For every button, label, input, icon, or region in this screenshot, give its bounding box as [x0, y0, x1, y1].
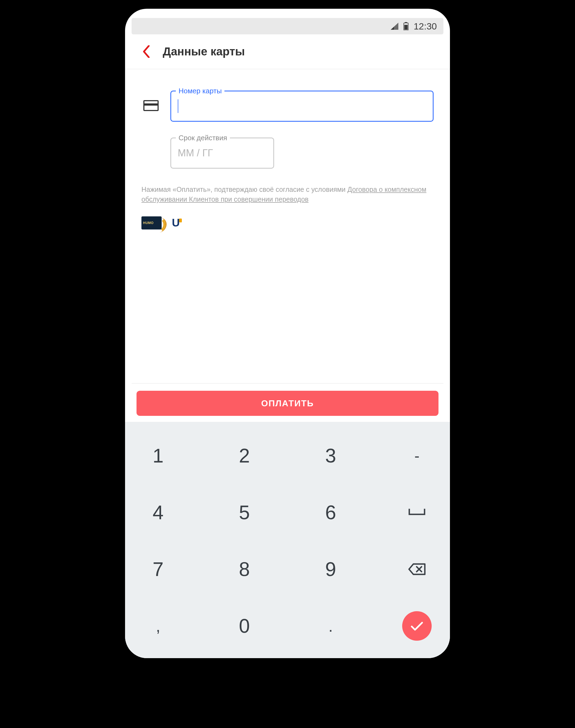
space-icon [408, 508, 426, 516]
card-brands: HUMO U [141, 216, 434, 229]
page-title: Данные карты [163, 45, 245, 58]
key-backspace[interactable] [391, 546, 443, 592]
backspace-icon [408, 563, 426, 576]
back-button[interactable] [139, 43, 153, 60]
key-9[interactable]: 9 [305, 546, 357, 592]
humo-label: HUMO [143, 221, 154, 225]
status-bar: 12:30 [132, 18, 443, 34]
key-7[interactable]: 7 [132, 546, 184, 592]
status-time: 12:30 [414, 21, 437, 32]
signal-icon [391, 23, 398, 30]
card-form: Номер карты Срок действия ММ / ГГ Нажима… [132, 69, 443, 229]
key-8[interactable]: 8 [218, 546, 270, 592]
check-icon [410, 620, 424, 631]
key-space[interactable] [391, 489, 443, 536]
key-minus[interactable]: - [391, 433, 443, 479]
expiry-label: Срок действия [176, 134, 230, 142]
card-icon [143, 100, 159, 112]
key-3[interactable]: 3 [305, 433, 357, 479]
numeric-keypad: 1 2 3 - 4 5 6 7 8 9 , 0 . [125, 422, 450, 658]
key-4[interactable]: 4 [132, 489, 184, 536]
pay-button-label: ОПЛАТИТЬ [261, 398, 314, 408]
card-number-field[interactable]: Номер карты [170, 90, 434, 122]
svg-rect-4 [144, 103, 158, 106]
humo-card-icon: HUMO [141, 216, 162, 229]
uzcard-label: U [172, 217, 180, 229]
key-0[interactable]: 0 [218, 603, 270, 649]
expiry-field[interactable]: Срок действия ММ / ГГ [170, 138, 274, 169]
key-2[interactable]: 2 [218, 433, 270, 479]
header: Данные карты [132, 34, 443, 69]
consent-text: Нажимая «Оплатить», подтверждаю своё сог… [141, 184, 434, 205]
key-6[interactable]: 6 [305, 489, 357, 536]
svg-rect-2 [404, 25, 408, 30]
pay-section: ОПЛАТИТЬ [132, 383, 443, 422]
key-5[interactable]: 5 [218, 489, 270, 536]
pay-button[interactable]: ОПЛАТИТЬ [137, 391, 438, 416]
expiry-placeholder: ММ / ГГ [178, 147, 213, 159]
battery-icon [403, 22, 409, 30]
key-comma[interactable]: , [132, 603, 184, 649]
phone-frame: 12:30 Данные карты Номер карты [125, 9, 450, 658]
chevron-left-icon [142, 45, 150, 58]
uzcard-icon: U [169, 216, 182, 229]
key-enter[interactable] [391, 603, 443, 649]
enter-circle [402, 611, 432, 641]
text-caret [178, 99, 178, 113]
key-dot[interactable]: . [305, 603, 357, 649]
key-1[interactable]: 1 [132, 433, 184, 479]
card-number-label: Номер карты [176, 87, 225, 95]
consent-prefix: Нажимая «Оплатить», подтверждаю своё сог… [141, 186, 347, 193]
